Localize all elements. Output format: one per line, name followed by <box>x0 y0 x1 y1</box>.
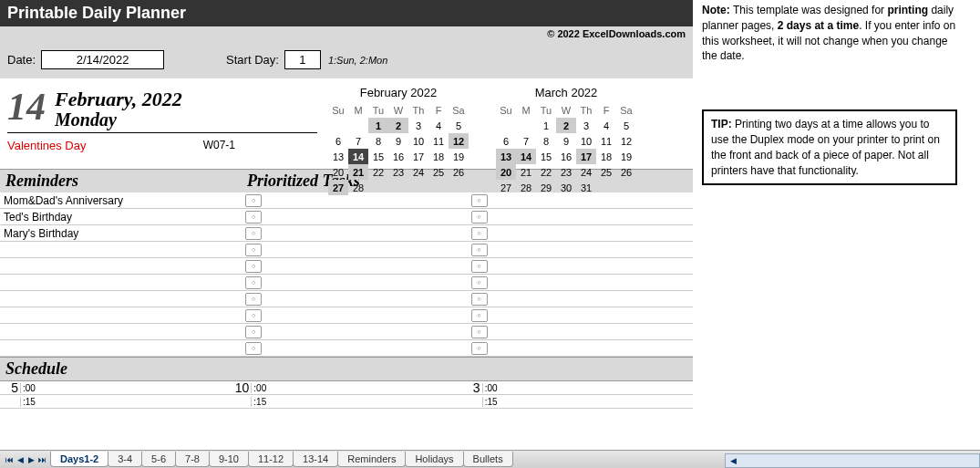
big-day-number: 14 <box>7 88 46 126</box>
schedule-row[interactable]: 5:00 <box>0 381 231 395</box>
task-priority-box[interactable]: ○ <box>471 342 488 355</box>
task-priority-box[interactable]: ○ <box>471 293 488 306</box>
task-priority-box[interactable]: ○ <box>245 342 262 355</box>
schedule-row[interactable]: 3:00 <box>462 381 693 395</box>
sheet-tab[interactable]: 9-10 <box>209 452 249 467</box>
task-priority-box[interactable]: ○ <box>471 309 488 322</box>
reminder-row[interactable] <box>0 307 242 324</box>
schedule-row[interactable]: 10:00 <box>231 381 461 395</box>
reminders-heading: Reminders <box>0 170 242 192</box>
cal-day: 27 <box>496 180 516 195</box>
startday-note: 1:Sun, 2:Mon <box>328 55 387 66</box>
task-priority-box[interactable]: ○ <box>245 194 262 207</box>
task-priority-box[interactable]: ○ <box>471 276 488 289</box>
cal-day: 28 <box>348 180 368 195</box>
scroll-left-icon[interactable]: ◀ <box>726 454 740 467</box>
sheet-tab[interactable]: Bullets <box>463 452 513 467</box>
cal-day: 7 <box>348 133 368 149</box>
copyright: © 2022 ExcelDownloads.com <box>0 26 693 41</box>
task-priority-box[interactable]: ○ <box>471 227 488 240</box>
reminder-row[interactable] <box>0 291 242 307</box>
sheet-tab[interactable]: Days1-2 <box>50 452 108 467</box>
sheet-tab[interactable]: 13-14 <box>293 452 338 467</box>
cal-day: 16 <box>556 149 576 164</box>
cal-day <box>368 180 388 195</box>
cal-day: 21 <box>348 164 368 180</box>
task-priority-box[interactable]: ○ <box>245 276 262 289</box>
tab-nav-first-icon[interactable]: ⏮ <box>4 455 15 464</box>
reminder-row[interactable] <box>0 275 242 291</box>
sheet-tab[interactable]: 3-4 <box>108 452 142 467</box>
task-priority-box[interactable]: ○ <box>471 244 488 256</box>
task-row[interactable]: ○ <box>242 291 468 307</box>
cal-day: 25 <box>596 164 616 180</box>
task-priority-box[interactable]: ○ <box>245 293 262 306</box>
cal-day: 5 <box>616 118 636 133</box>
cal-day: 6 <box>328 133 348 149</box>
task-priority-box[interactable]: ○ <box>245 227 262 240</box>
task-priority-box[interactable]: ○ <box>471 194 488 207</box>
tab-nav[interactable]: ⏮ ◀ ▶ ⏭ <box>0 455 51 464</box>
task-row[interactable]: ○ <box>242 275 468 291</box>
cal-day: 10 <box>408 133 428 149</box>
reminder-row[interactable] <box>0 324 242 340</box>
task-row[interactable]: ○ <box>242 209 468 225</box>
cal-day: 29 <box>536 180 556 195</box>
task-priority-box[interactable]: ○ <box>245 211 262 224</box>
task-row[interactable]: ○ <box>468 209 694 225</box>
reminder-row[interactable]: Ted's Birthday <box>0 209 242 225</box>
tab-nav-last-icon[interactable]: ⏭ <box>36 455 47 464</box>
cal-day: 18 <box>428 149 449 164</box>
task-row[interactable]: ○ <box>468 340 694 357</box>
task-row[interactable]: ○ <box>468 242 694 258</box>
task-row[interactable]: ○ <box>242 242 468 258</box>
cal-day: 31 <box>576 180 596 195</box>
reminder-row[interactable] <box>0 340 242 357</box>
sheet-tab[interactable]: 5-6 <box>141 452 176 467</box>
date-input[interactable] <box>41 50 164 69</box>
week-number: W07-1 <box>203 139 235 152</box>
task-row[interactable]: ○ <box>242 258 468 275</box>
cal-day: 1 <box>536 118 556 133</box>
reminder-row[interactable]: Mom&Dad's Anniversary <box>0 192 242 209</box>
cal-day: 4 <box>428 118 449 133</box>
reminder-row[interactable] <box>0 242 242 258</box>
task-row[interactable]: ○ <box>242 324 468 340</box>
task-row[interactable]: ○ <box>468 307 694 324</box>
tab-nav-next-icon[interactable]: ▶ <box>26 455 36 464</box>
reminder-row[interactable]: Mary's Birthday <box>0 225 242 242</box>
sheet-tab[interactable]: Reminders <box>337 452 406 467</box>
task-priority-box[interactable]: ○ <box>245 309 262 322</box>
mini-cal1-title: February 2022 <box>328 86 469 99</box>
cal-day <box>616 180 636 195</box>
task-row[interactable]: ○ <box>468 225 694 242</box>
task-row[interactable]: ○ <box>242 307 468 324</box>
task-row[interactable]: ○ <box>468 275 694 291</box>
mini-cal2-title: March 2022 <box>496 86 636 99</box>
task-row[interactable]: ○ <box>242 340 468 357</box>
schedule-heading: Schedule <box>0 357 693 381</box>
task-priority-box[interactable]: ○ <box>245 260 262 273</box>
startday-input[interactable] <box>284 50 321 69</box>
task-priority-box[interactable]: ○ <box>471 211 488 224</box>
sheet-tab[interactable]: Holidays <box>405 452 463 467</box>
cal-day: 23 <box>556 164 576 180</box>
task-priority-box[interactable]: ○ <box>245 244 262 256</box>
reminder-row[interactable] <box>0 258 242 275</box>
schedule-row[interactable]: :15 <box>462 395 693 409</box>
task-priority-box[interactable]: ○ <box>471 260 488 273</box>
sheet-tab[interactable]: 11-12 <box>248 452 294 467</box>
task-row[interactable]: ○ <box>242 225 468 242</box>
task-row[interactable]: ○ <box>468 324 694 340</box>
cal-day: 12 <box>449 133 469 149</box>
task-priority-box[interactable]: ○ <box>471 326 488 338</box>
tab-nav-prev-icon[interactable]: ◀ <box>15 455 26 464</box>
task-priority-box[interactable]: ○ <box>245 326 262 338</box>
schedule-row[interactable]: :15 <box>231 395 461 409</box>
cal-day <box>516 118 536 133</box>
sheet-tab[interactable]: 7-8 <box>175 452 210 467</box>
horizontal-scrollbar[interactable]: ◀ <box>725 453 980 468</box>
task-row[interactable]: ○ <box>468 258 694 275</box>
schedule-row[interactable]: :15 <box>0 395 231 409</box>
task-row[interactable]: ○ <box>468 291 694 307</box>
